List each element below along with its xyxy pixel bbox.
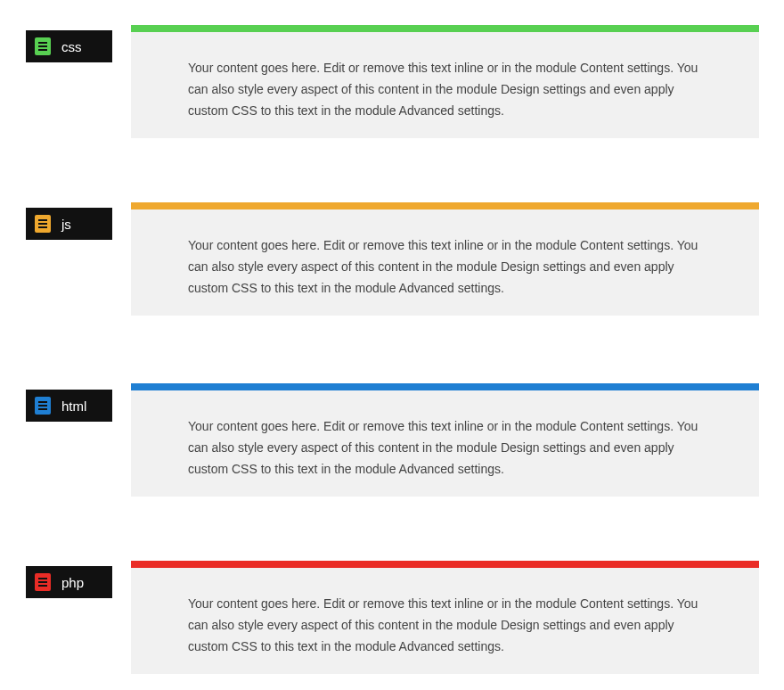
accent-bar-js: [131, 202, 759, 209]
tag-label-js: js: [61, 217, 71, 232]
accent-bar-css: [131, 25, 759, 32]
content-card-css: Your content goes here. Edit or remove t…: [131, 25, 759, 138]
document-icon: [35, 397, 51, 415]
tag-css: css: [26, 30, 112, 62]
tag-php: php: [26, 566, 112, 598]
accent-bar-php: [131, 561, 759, 568]
content-card-html: Your content goes here. Edit or remove t…: [131, 383, 759, 497]
content-card-js: Your content goes here. Edit or remove t…: [131, 202, 759, 316]
document-icon: [35, 37, 51, 55]
tag-js: js: [26, 208, 112, 240]
document-icon: [35, 215, 51, 233]
content-text-js: Your content goes here. Edit or remove t…: [131, 209, 759, 299]
tag-html: html: [26, 390, 112, 422]
content-text-html: Your content goes here. Edit or remove t…: [131, 390, 759, 480]
accent-bar-html: [131, 383, 759, 390]
content-card-php: Your content goes here. Edit or remove t…: [131, 561, 759, 674]
content-text-php: Your content goes here. Edit or remove t…: [131, 568, 759, 657]
tag-label-html: html: [61, 398, 86, 414]
tag-label-php: php: [61, 575, 84, 590]
document-icon: [35, 573, 51, 591]
content-text-css: Your content goes here. Edit or remove t…: [131, 32, 759, 121]
tag-label-css: css: [61, 39, 82, 54]
